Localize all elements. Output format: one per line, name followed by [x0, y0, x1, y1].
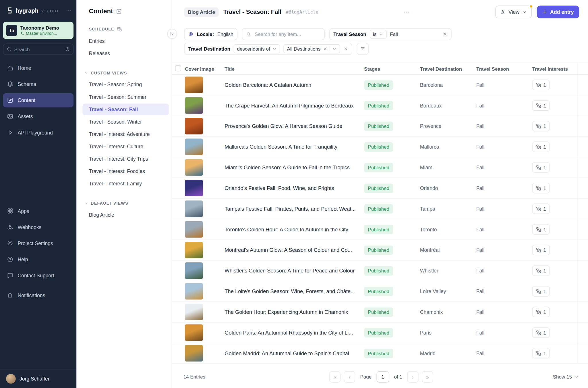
column-header-cover-image[interactable]: Cover Image	[185, 66, 225, 72]
search-box[interactable]	[242, 28, 325, 40]
travel-interests-count[interactable]: 1	[532, 265, 550, 276]
view-item-travel-season-summer[interactable]: Travel - Season: Summer	[82, 91, 169, 103]
column-header-travel-interests[interactable]: Travel Interests	[532, 66, 577, 72]
default-views-section-label[interactable]: DEFAULT VIEWS	[82, 201, 169, 205]
table-row[interactable]: Golden Paris: An Autumnal Rhapsody in th…	[172, 322, 588, 343]
table-row[interactable]: Orlando's Festive Fall: Food, Wine, and …	[172, 178, 588, 199]
destination-value-dropdown[interactable]: All Destinations	[284, 44, 340, 53]
entry-season: Fall	[476, 206, 532, 212]
table-row[interactable]: Miami's Golden Season: A Guide to Fall i…	[172, 157, 588, 178]
view-button[interactable]: View	[495, 6, 532, 18]
view-item-travel-interest-foodies[interactable]: Travel - Interest: Foodies	[82, 166, 169, 177]
sidebar-more-button[interactable]: ⋯	[66, 7, 72, 14]
next-page-button[interactable]: ›	[407, 371, 418, 382]
add-filter-button[interactable]	[357, 43, 369, 55]
column-header-title[interactable]: Title	[225, 66, 364, 72]
season-operator-dropdown[interactable]: is	[370, 30, 386, 39]
sidebar-item-apps[interactable]: Apps	[3, 204, 74, 218]
table-row[interactable]: The Golden Hour: Experiencing Autumn in …	[172, 302, 588, 322]
schedule-item-entries[interactable]: Entries	[82, 35, 169, 47]
travel-interests-count[interactable]: 1	[532, 307, 550, 317]
select-all-checkbox[interactable]	[175, 65, 181, 71]
view-item-travel-interest-adventure[interactable]: Travel - Interest: Adventure	[82, 128, 169, 140]
table-row[interactable]: Whistler's Golden Season: A Time for Pea…	[172, 260, 588, 281]
sidebar-item-webhooks[interactable]: Webhooks	[3, 220, 74, 234]
page-size-select[interactable]: Show 15	[553, 374, 579, 380]
table-row[interactable]: Golden Barcelona: A Catalan Autumn Publi…	[172, 75, 588, 95]
remove-destination-filter-icon[interactable]	[343, 47, 348, 51]
sidebar-item-schema[interactable]: Schema	[3, 77, 74, 91]
travel-interests-count[interactable]: 1	[532, 121, 550, 132]
sidebar-item-help[interactable]: Help	[3, 252, 74, 267]
status-badge: Published	[364, 287, 393, 296]
entry-season: Fall	[476, 289, 532, 294]
first-page-button[interactable]: «	[329, 371, 341, 382]
view-item-travel-season-spring[interactable]: Travel - Season: Spring	[82, 79, 169, 90]
collapse-panel-button[interactable]	[167, 29, 177, 39]
travel-interests-count[interactable]: 1	[532, 141, 550, 152]
page-number-input[interactable]	[376, 371, 389, 382]
cover-image	[185, 262, 203, 279]
destination-filter-chip[interactable]: Travel Destination descendants of All De…	[184, 43, 352, 55]
travel-interests-count[interactable]: 1	[532, 80, 550, 90]
search-input[interactable]	[255, 31, 321, 37]
entry-season: Fall	[476, 103, 532, 108]
travel-interests-count[interactable]: 1	[532, 286, 550, 297]
add-entry-button[interactable]: Add entry	[537, 6, 579, 18]
entry-destination: Mallorca	[420, 144, 476, 150]
sidebar-item-assets[interactable]: Assets	[3, 109, 74, 124]
table-row[interactable]: The Grape Harvest: An Autumn Pilgrimage …	[172, 95, 588, 116]
table-row[interactable]: Provence's Golden Glow: A Harvest Season…	[172, 116, 588, 137]
view-item-travel-season-winter[interactable]: Travel - Season: Winter	[82, 116, 169, 128]
view-more-button[interactable]: ⋯	[404, 9, 410, 16]
table-row[interactable]: Golden Madrid: An Autumnal Guide to Spai…	[172, 343, 588, 364]
cover-image	[185, 139, 203, 155]
sidebar-item-home[interactable]: Home	[3, 61, 74, 75]
workspace-environment: Master Environ...	[20, 31, 59, 36]
travel-interests-count[interactable]: 1	[532, 348, 550, 359]
table-row[interactable]: Mallorca's Golden Season: A Time for Tra…	[172, 137, 588, 157]
prev-page-button[interactable]: ‹	[344, 371, 355, 382]
sidebar-item-project-settings[interactable]: Project Settings	[3, 236, 74, 251]
sidebar-item-content[interactable]: Content	[3, 93, 74, 107]
clear-destination-value-icon[interactable]	[323, 47, 327, 51]
column-header-stages[interactable]: Stages	[364, 66, 420, 72]
sidebar-item-notifications[interactable]: Notifications	[3, 288, 74, 303]
user-menu[interactable]: Jörg Schäffer	[0, 369, 76, 388]
travel-interests-count[interactable]: 1	[532, 327, 550, 338]
sidebar-item-contact-support[interactable]: Contact Support	[3, 268, 74, 283]
column-header-travel-destination[interactable]: Travel Destination	[420, 66, 476, 72]
workspace-switcher[interactable]: Ta Taxonomy Demo Master Environ...	[3, 22, 74, 39]
table-row[interactable]: Toronto's Golden Hour: A Guide to Autumn…	[172, 219, 588, 240]
view-item-travel-interest-city-trips[interactable]: Travel - Interest: City Trips	[82, 153, 169, 165]
custom-views-section-label[interactable]: CUSTOM VIEWS	[82, 71, 169, 75]
travel-interests-count[interactable]: 1	[532, 100, 550, 111]
travel-interests-count[interactable]: 1	[532, 224, 550, 235]
entry-season: Fall	[476, 268, 532, 274]
last-page-button[interactable]: »	[422, 371, 433, 382]
travel-interests-count[interactable]: 1	[532, 245, 550, 256]
travel-interests-count[interactable]: 1	[532, 183, 550, 193]
view-item-blog-article[interactable]: Blog Article	[82, 209, 169, 221]
table-row[interactable]: Montreal's Autumn Glow: A Season of Colo…	[172, 240, 588, 261]
new-view-icon[interactable]	[116, 8, 122, 14]
entry-title: Golden Paris: An Autumnal Rhapsody in th…	[225, 330, 364, 336]
locale-filter[interactable]: Locale: English	[184, 28, 237, 40]
remove-season-filter-icon[interactable]	[443, 32, 448, 37]
travel-interests-count[interactable]: 1	[532, 162, 550, 173]
destination-operator-dropdown[interactable]: descendants of	[234, 44, 280, 53]
schedule-item-releases[interactable]: Releases	[82, 48, 169, 59]
travel-interests-count[interactable]: 1	[532, 203, 550, 214]
history-icon[interactable]	[65, 47, 70, 52]
season-filter-chip[interactable]: Travel Season is Fall	[329, 28, 452, 40]
view-item-travel-interest-family[interactable]: Travel - Interest: Family	[82, 178, 169, 189]
sidebar-search[interactable]: Search	[3, 44, 74, 55]
table-row[interactable]: The Loire's Golden Season: Wine, Forests…	[172, 281, 588, 302]
view-item-travel-interest-culture[interactable]: Travel - Interest: Culture	[82, 141, 169, 152]
table-row[interactable]: Tampa's Festive Fall: Pirates, Punts, an…	[172, 199, 588, 219]
view-item-travel-season-fall[interactable]: Travel - Season: Fall	[82, 103, 169, 115]
entry-title: Miami's Golden Season: A Guide to Fall i…	[225, 164, 364, 170]
column-header-travel-season[interactable]: Travel Season	[476, 66, 532, 72]
sidebar-nav-bottom: Apps Webhooks Project Settings Help Cont…	[0, 198, 76, 304]
sidebar-item-api-playground[interactable]: API Playground	[3, 125, 74, 140]
